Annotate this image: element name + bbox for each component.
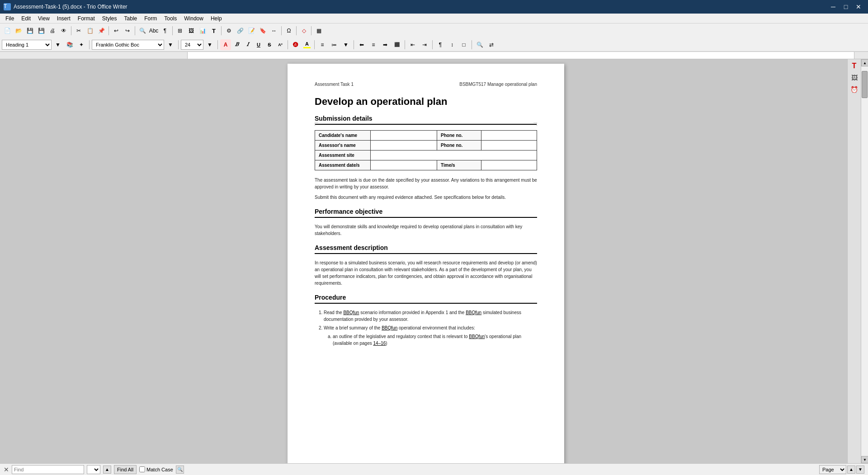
menu-form[interactable]: Form xyxy=(141,14,160,23)
cut-button[interactable]: ✂ xyxy=(73,25,84,36)
candidate-name-label[interactable]: Candidate's name xyxy=(315,131,371,141)
find-button[interactable]: 🔍 xyxy=(137,25,148,36)
candidate-name-value[interactable] xyxy=(370,131,437,141)
para-style-btn[interactable]: ¶ xyxy=(435,39,446,50)
menu-view[interactable]: View xyxy=(34,14,53,23)
sub-item1-link2[interactable]: 14–16 xyxy=(373,341,386,346)
phone2-value[interactable] xyxy=(481,141,537,150)
find-replace-btn[interactable]: 🔍 xyxy=(474,39,485,50)
find-prev-btn[interactable]: ▲ xyxy=(103,466,111,474)
border-color-btn[interactable]: □ xyxy=(458,39,469,50)
find-close-btn[interactable]: ✕ xyxy=(4,466,9,473)
assessor-name-label[interactable]: Assessor's name xyxy=(315,141,371,150)
phone2-label[interactable]: Phone no. xyxy=(437,141,481,150)
special-char-button[interactable]: Ω xyxy=(283,25,294,36)
justify-btn[interactable]: ⬛ xyxy=(392,39,402,50)
spellcheck-button[interactable]: Abc xyxy=(148,25,159,36)
bullets-btn[interactable]: ≡ xyxy=(317,39,328,50)
times-value[interactable] xyxy=(481,160,537,170)
open-button[interactable]: 📂 xyxy=(13,25,24,36)
assessment-dates-label[interactable]: Assessment date/s xyxy=(315,160,371,170)
menu-table[interactable]: Table xyxy=(121,14,141,23)
scroll-up-btn[interactable]: ▲ xyxy=(861,59,868,66)
font-color-red-btn[interactable]: A xyxy=(220,39,231,50)
proc-item1-link2[interactable]: BBQfun xyxy=(466,310,481,315)
phone1-label[interactable]: Phone no. xyxy=(437,131,481,141)
align-center-btn[interactable]: ≡ xyxy=(368,39,379,50)
page-type-select[interactable]: Page xyxy=(819,465,846,474)
find-dropdown[interactable]: ▼ xyxy=(87,465,100,474)
assessment-dates-value[interactable] xyxy=(370,160,437,170)
redo-button[interactable]: ↪ xyxy=(122,25,133,36)
menu-edit[interactable]: Edit xyxy=(18,14,34,23)
style-select[interactable]: Heading 1 xyxy=(2,40,52,50)
font-select[interactable]: Franklin Gothic Boc xyxy=(92,40,164,50)
sub-item1-link1[interactable]: BBQfun xyxy=(469,334,485,339)
footnote-button[interactable]: 📝 xyxy=(246,25,257,36)
times-label[interactable]: Time/s xyxy=(437,160,481,170)
line-spacing-btn[interactable]: ↕ xyxy=(447,39,458,50)
sidebar-icon-time[interactable]: ⏰ xyxy=(849,85,859,94)
menu-help[interactable]: Help xyxy=(207,14,226,23)
textbox-button[interactable]: T xyxy=(208,25,219,36)
scroll-down-btn[interactable]: ▼ xyxy=(861,456,868,463)
more-button[interactable]: ▦ xyxy=(313,25,324,36)
print-button[interactable]: 🖨 xyxy=(47,25,58,36)
table-button[interactable]: ⊞ xyxy=(175,25,185,36)
superscript-button[interactable]: A² xyxy=(275,40,285,50)
proc-item1-link1[interactable]: BBQfun xyxy=(343,310,359,315)
find-input[interactable] xyxy=(12,465,84,474)
page-prev-btn[interactable]: ▲ xyxy=(847,466,855,474)
doc-area[interactable]: Assessment Task 1 BSBMGT517 Manage opera… xyxy=(5,59,847,463)
field-button[interactable]: ⚙ xyxy=(223,25,234,36)
menu-insert[interactable]: Insert xyxy=(53,14,74,23)
match-case-checkbox[interactable] xyxy=(139,466,145,472)
menu-tools[interactable]: Tools xyxy=(160,14,180,23)
menu-styles[interactable]: Styles xyxy=(99,14,121,23)
cross-ref-button[interactable]: ↔ xyxy=(269,25,279,36)
proc-item2-link1[interactable]: BBQfun xyxy=(382,325,397,330)
list-dropdown-btn[interactable]: ▼ xyxy=(340,39,351,50)
underline-button[interactable]: U xyxy=(254,40,264,50)
sidebar-icon-image[interactable]: 🖼 xyxy=(849,73,859,83)
bold-button[interactable]: 𝐵 xyxy=(232,40,242,50)
maximize-button[interactable]: □ xyxy=(840,2,852,11)
minimize-button[interactable]: ─ xyxy=(827,2,839,11)
size-dropdown-btn[interactable]: ▼ xyxy=(204,39,215,50)
indent-dec-btn[interactable]: ⇤ xyxy=(407,39,418,50)
paste-button[interactable]: 📌 xyxy=(96,25,107,36)
menu-window[interactable]: Window xyxy=(180,14,207,23)
assessment-site-value[interactable] xyxy=(370,150,537,160)
hyperlink-button[interactable]: 🔗 xyxy=(235,25,245,36)
size-select[interactable]: 24 xyxy=(181,40,203,50)
sidebar-icon-text[interactable]: T xyxy=(849,61,859,71)
save-red-button[interactable]: 💾 xyxy=(36,25,47,36)
save-button[interactable]: 💾 xyxy=(24,25,35,36)
assessment-site-label[interactable]: Assessment site xyxy=(315,150,371,160)
bookmark-button[interactable]: 🔖 xyxy=(257,25,268,36)
menu-file[interactable]: File xyxy=(2,14,18,23)
font-dropdown-btn[interactable]: ▼ xyxy=(165,39,176,50)
chart-button[interactable]: 📊 xyxy=(197,25,208,36)
copy-button[interactable]: 📋 xyxy=(85,25,95,36)
align-right-btn[interactable]: ➡ xyxy=(380,39,391,50)
assessor-name-value[interactable] xyxy=(370,141,437,150)
scrollbar-thumb[interactable] xyxy=(862,71,868,98)
find-replace2-btn[interactable]: ⇄ xyxy=(486,39,497,50)
style-dropdown-btn[interactable]: ▼ xyxy=(52,39,63,50)
find-filter-btn[interactable]: 🔍 xyxy=(176,466,184,474)
menu-format[interactable]: Format xyxy=(74,14,99,23)
formatting-marks-button[interactable]: ¶ xyxy=(160,25,170,36)
shapes-button[interactable]: ◇ xyxy=(298,25,309,36)
undo-button[interactable]: ↩ xyxy=(111,25,122,36)
preview-button[interactable]: 👁 xyxy=(58,25,69,36)
font-color-btn[interactable]: 🅐 xyxy=(290,39,301,50)
style-new-btn[interactable]: ✦ xyxy=(76,39,87,50)
italic-button[interactable]: 𝐼 xyxy=(243,40,253,50)
new-button[interactable]: 📄 xyxy=(2,25,13,36)
numbering-btn[interactable]: ≔ xyxy=(329,39,340,50)
indent-inc-btn[interactable]: ⇥ xyxy=(419,39,430,50)
highlight-color-btn[interactable]: A xyxy=(302,40,312,50)
align-left-btn[interactable]: ⬅ xyxy=(356,39,367,50)
close-button[interactable]: ✕ xyxy=(853,2,864,11)
